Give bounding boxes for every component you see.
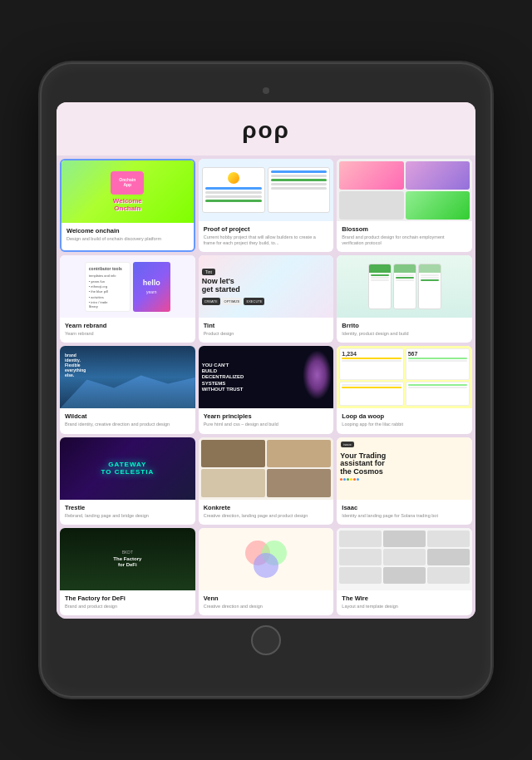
- card-info-trestle: Trestle Rebrand, landing page and bridge…: [60, 500, 195, 525]
- last-cell-5: [383, 549, 426, 565]
- card-factory[interactable]: BKDT The Factoryfor DeFi The Factory for…: [60, 528, 195, 615]
- card-desc-konkrete: Creative direction, landing page and pro…: [204, 513, 329, 519]
- factory-inner: BKDT The Factoryfor DeFi: [110, 546, 145, 571]
- brrito-line-6: [396, 279, 414, 281]
- proof-line-6: [271, 175, 328, 177]
- loop-line-6: [342, 387, 401, 388]
- loop-line-3: [408, 358, 467, 359]
- brrito-header-2: [394, 264, 416, 273]
- card-desc-yearnp: Pure html and css – design and build: [204, 422, 329, 427]
- thumb-welcome-onchain: OnchainApp WelcomeOnchain: [62, 160, 194, 223]
- card-yearn-principles[interactable]: YOU CAN'TBUILDDECENTRALIZEDSYSTEMSWITHOU…: [199, 346, 334, 433]
- brrito-header-3: [419, 264, 441, 273]
- card-title-konkrete: Konkrete: [204, 504, 329, 511]
- proof-line-8: [271, 183, 328, 185]
- tint-btn-execute: EXECUTE: [244, 298, 264, 305]
- loop-line-7: [408, 384, 467, 386]
- card-welcome-onchain[interactable]: OnchainApp WelcomeOnchain Welcome onchai…: [60, 159, 195, 252]
- thumb-isaac: isaoc Your Tradingassistant forthe Cosmo…: [337, 437, 472, 500]
- card-last[interactable]: The Wire Layout and template design: [337, 528, 472, 615]
- card-venn[interactable]: Venn Creative direction and design: [199, 528, 334, 615]
- card-desc-brrito: Identity, product design and build: [342, 331, 467, 337]
- proof-line-3: [205, 195, 262, 198]
- tint-btn-optimize: OPTIMIZE: [222, 298, 243, 305]
- card-blossom[interactable]: Blossom Brand and product design for onc…: [337, 159, 472, 252]
- card-tint[interactable]: Tint Now let'sget started CREATE OPTIMIZ…: [199, 255, 334, 343]
- last-col-1: [339, 531, 382, 588]
- brrito-line-8: [421, 277, 439, 279]
- card-title-proof: Proof of project: [204, 225, 329, 233]
- brrito-screen-3: [418, 264, 441, 309]
- loop-cell-2: 567: [406, 348, 470, 380]
- card-info-loop: Loop da woop Looping app for the lilac r…: [337, 408, 472, 433]
- isaac-dot-4: [350, 478, 352, 481]
- factory-subtitle: BKDT: [113, 550, 141, 555]
- card-trestle[interactable]: GATEWAYTO CELESTIA Trestle Rebrand, land…: [60, 437, 195, 525]
- loop-cell-3: [339, 382, 403, 407]
- app-header: ρoρ: [57, 102, 475, 155]
- loop-line-8: [408, 387, 467, 388]
- thumb-venn: [199, 528, 334, 590]
- brrito-screens: [368, 264, 441, 309]
- last-cell-9: [427, 567, 470, 584]
- brrito-line-4: [396, 274, 414, 276]
- card-title-welcome: Welcome onchain: [66, 227, 189, 234]
- tint-buttons: CREATE OPTIMIZE EXECUTE: [202, 298, 331, 305]
- last-cell-7: [427, 531, 470, 547]
- isaac-dot-6: [357, 478, 359, 481]
- card-yearn-rebrand[interactable]: contributor tools templates and info • y…: [60, 255, 195, 343]
- card-brrito[interactable]: Brrito Identity, product design and buil…: [337, 255, 472, 343]
- konkrete-img-1: [201, 440, 265, 468]
- thumb-brrito: [337, 255, 472, 318]
- card-desc-wildcat: Brand identity, creative direction and p…: [65, 422, 190, 427]
- last-cell-1: [339, 531, 382, 547]
- card-title-isaac: Isaac: [342, 504, 467, 511]
- card-info-yearn: Yearn rebrand Yearn rebrand: [60, 318, 195, 343]
- blossom-img-3: [339, 191, 403, 220]
- loop-line-2: [342, 360, 401, 362]
- welcome-title-thumb: WelcomeOnchain: [113, 198, 142, 213]
- thumb-loop: 1,234 567: [337, 346, 472, 408]
- last-cell-2: [339, 549, 382, 565]
- blossom-img-4: [406, 191, 470, 220]
- blossom-img-2: [406, 161, 470, 190]
- card-konkrete[interactable]: Konkrete Creative direction, landing pag…: [199, 437, 334, 525]
- last-cell-3: [339, 567, 382, 584]
- tablet-home-button[interactable]: [251, 625, 281, 655]
- thumb-last: [337, 528, 472, 590]
- card-title-last: The Wire: [342, 595, 467, 602]
- card-desc-tint: Product design: [204, 331, 329, 337]
- brrito-line-5: [396, 277, 414, 279]
- card-info-brrito: Brrito Identity, product design and buil…: [337, 318, 472, 343]
- factory-text: The Factoryfor DeFi: [113, 556, 141, 568]
- yearnp-figure: [303, 350, 332, 400]
- brrito-content-2: [394, 273, 416, 284]
- card-desc-factory: Brand and product design: [65, 604, 190, 609]
- brrito-content-1: [369, 273, 391, 284]
- loop-line-1: [342, 358, 401, 359]
- card-isaac[interactable]: isaoc Your Tradingassistant forthe Cosmo…: [337, 437, 472, 525]
- card-desc-proof: Current hobby project that will allow bu…: [204, 234, 329, 246]
- loop-cell-1: 1,234: [339, 348, 403, 380]
- brrito-screen-1: [368, 264, 392, 309]
- card-loop[interactable]: 1,234 567: [337, 346, 472, 433]
- card-wildcat[interactable]: brandidentity.Flexibleeverythingelse. Wi…: [60, 346, 195, 433]
- proof-line-9: [271, 187, 328, 190]
- proof-line-5: [271, 170, 328, 173]
- tablet-screen: ρoρ OnchainApp WelcomeOnchain Welcome on…: [57, 102, 475, 619]
- proof-line-4: [205, 200, 262, 202]
- yearn-hello-text: helloyearn: [143, 279, 160, 295]
- last-col-2: [383, 531, 426, 588]
- isaac-title-thumb: Your Tradingassistant forthe Cosmos: [340, 452, 469, 477]
- brrito-content-3: [419, 273, 441, 284]
- thumb-yearn-rebrand: contributor tools templates and info • y…: [60, 255, 195, 318]
- brrito-line-3: [371, 279, 389, 281]
- card-desc-trestle: Rebrand, landing page and bridge design: [65, 513, 190, 519]
- loop-line-5: [342, 384, 401, 386]
- card-desc-loop: Looping app for the lilac rabbit: [342, 422, 467, 427]
- card-title-yearn: Yearn rebrand: [65, 322, 190, 329]
- card-title-loop: Loop da woop: [342, 412, 467, 420]
- last-col-3: [427, 531, 470, 588]
- card-proof[interactable]: Proof of project Current hobby project t…: [199, 159, 334, 252]
- card-title-blossom: Blossom: [342, 225, 467, 233]
